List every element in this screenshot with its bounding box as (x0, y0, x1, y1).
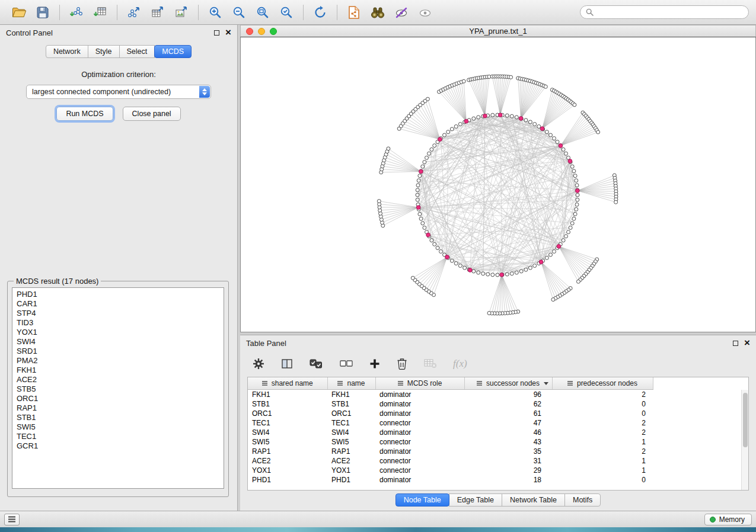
network-view-window: YPA_prune.txt_1 (240, 25, 756, 332)
table-row[interactable]: STB1STB1dominator620 (248, 399, 748, 409)
scrollbar-thumb[interactable] (743, 393, 748, 447)
open-in-ndex-button[interactable] (343, 3, 365, 22)
table-tab-node-table[interactable]: Node Table (395, 493, 449, 507)
criterion-select[interactable]: largest connected component (undirected) (26, 85, 211, 99)
table-settings-button[interactable] (252, 357, 265, 370)
open-session-button[interactable] (8, 3, 30, 22)
tab-style[interactable]: Style (88, 45, 120, 58)
zoom-selected-button[interactable] (276, 3, 297, 22)
show-column-button[interactable] (281, 358, 293, 370)
result-node-pma2[interactable]: PMA2 (17, 356, 219, 366)
search-input[interactable] (597, 8, 743, 17)
window-controls (246, 28, 277, 35)
search-icon (586, 8, 594, 16)
network-canvas[interactable] (240, 37, 756, 332)
float-panel-icon[interactable] (214, 30, 219, 36)
toolbar-separator (337, 5, 337, 20)
table-row[interactable]: RAP1RAP1dominator352 (248, 447, 748, 456)
result-node-stb5[interactable]: STB5 (17, 384, 219, 394)
toolbar-separator (117, 5, 117, 20)
column-header-predecessor-nodes[interactable]: predecessor nodes (552, 377, 653, 390)
zoom-out-button[interactable] (228, 3, 250, 22)
zoom-in-button[interactable] (205, 3, 226, 22)
table-row[interactable]: SWI4SWI4dominator462 (248, 428, 748, 437)
floppy-disk-icon (36, 6, 49, 19)
hide-graphics-details-button[interactable] (391, 3, 412, 22)
table-row[interactable]: FKH1FKH1dominator962 (248, 390, 748, 399)
export-table-button[interactable] (147, 3, 168, 22)
column-header-successor-nodes[interactable]: successor nodes (464, 377, 552, 390)
column-header-shared-name[interactable]: shared name (248, 377, 327, 390)
table-tab-network-table[interactable]: Network Table (502, 493, 565, 507)
status-menu-button[interactable] (4, 514, 20, 525)
table-row[interactable]: TEC1TEC1connector472 (248, 418, 748, 428)
table-row[interactable]: ORC1ORC1dominator610 (248, 409, 748, 418)
memory-button[interactable]: Memory (704, 514, 752, 525)
node-table: shared namenameMCDS rolesuccessor nodesp… (247, 377, 749, 491)
float-panel-icon[interactable] (733, 341, 738, 346)
zoom-fit-button[interactable] (252, 3, 273, 22)
table-tab-motifs[interactable]: Motifs (564, 493, 601, 507)
unchecked-boxes-icon (339, 358, 353, 370)
import-network-icon (69, 5, 84, 20)
result-node-tec1[interactable]: TEC1 (17, 432, 219, 441)
chevron-down-icon (544, 382, 548, 385)
table-row[interactable]: PHD1PHD1dominator180 (248, 475, 748, 485)
zoom-selected-icon (279, 5, 294, 20)
refresh-icon (313, 5, 327, 20)
result-node-phd1[interactable]: PHD1 (17, 290, 219, 299)
eye-icon (418, 6, 432, 19)
import-network-button[interactable] (66, 3, 87, 22)
function-builder-button[interactable]: f(x) (453, 358, 467, 370)
result-node-gcr1[interactable]: GCR1 (17, 441, 219, 451)
close-panel-icon[interactable]: × (225, 30, 231, 36)
result-node-orc1[interactable]: ORC1 (17, 394, 219, 403)
tab-select[interactable]: Select (119, 45, 155, 58)
tab-mcds[interactable]: MCDS (154, 45, 192, 58)
result-node-srd1[interactable]: SRD1 (17, 347, 219, 356)
close-window-icon[interactable] (246, 28, 253, 35)
delete-column-button[interactable] (396, 357, 408, 370)
table-row[interactable]: ACE2ACE2connector311 (248, 456, 748, 466)
table-row[interactable]: SWI5SWI5connector431 (248, 437, 748, 447)
criterion-selected-value: largest connected component (undirected) (32, 88, 171, 96)
save-session-button[interactable] (32, 3, 53, 22)
search-network-button[interactable] (367, 3, 388, 22)
close-panel-button[interactable]: Close panel (123, 107, 181, 121)
table-tab-edge-table[interactable]: Edge Table (449, 493, 502, 507)
result-node-swi4[interactable]: SWI4 (17, 337, 219, 347)
minimize-window-icon[interactable] (258, 28, 265, 35)
search-box[interactable] (580, 5, 749, 19)
result-node-car1[interactable]: CAR1 (17, 299, 219, 309)
result-node-swi5[interactable]: SWI5 (17, 422, 219, 432)
table-scrollbar[interactable] (741, 390, 748, 490)
deselect-all-button[interactable] (339, 358, 353, 370)
column-header-name[interactable]: name (327, 377, 375, 390)
tab-network[interactable]: Network (46, 45, 88, 58)
delete-table-button[interactable] (424, 358, 437, 369)
table-row[interactable]: YOX1YOX1connector291 (248, 466, 748, 475)
refresh-view-button[interactable] (310, 3, 331, 22)
result-node-fkh1[interactable]: FKH1 (17, 366, 219, 375)
result-node-ace2[interactable]: ACE2 (17, 375, 219, 384)
table-panel-tabs: Node TableEdge TableNetwork TableMotifs (240, 493, 756, 507)
result-node-tid3[interactable]: TID3 (17, 318, 219, 328)
show-graphics-details-button[interactable] (414, 3, 436, 22)
result-node-rap1[interactable]: RAP1 (17, 403, 219, 413)
create-column-button[interactable] (369, 358, 380, 369)
column-header-MCDS-role[interactable]: MCDS role (375, 377, 464, 390)
control-panel: Control Panel × NetworkStyleSelectMCDS O… (0, 25, 238, 511)
maximize-window-icon[interactable] (270, 28, 277, 35)
network-graph[interactable] (241, 37, 755, 332)
toolbar-separator (59, 5, 60, 20)
close-panel-icon[interactable]: × (744, 340, 750, 346)
result-node-yox1[interactable]: YOX1 (17, 328, 219, 337)
export-image-button[interactable] (171, 3, 192, 22)
run-mcds-button[interactable]: Run MCDS (56, 107, 113, 121)
select-all-button[interactable] (309, 358, 323, 370)
result-node-stb1[interactable]: STB1 (17, 413, 219, 422)
application-window: Control Panel × NetworkStyleSelectMCDS O… (0, 0, 756, 532)
export-network-button[interactable] (123, 3, 145, 22)
import-table-button[interactable] (90, 3, 111, 22)
result-node-stp4[interactable]: STP4 (17, 309, 219, 318)
